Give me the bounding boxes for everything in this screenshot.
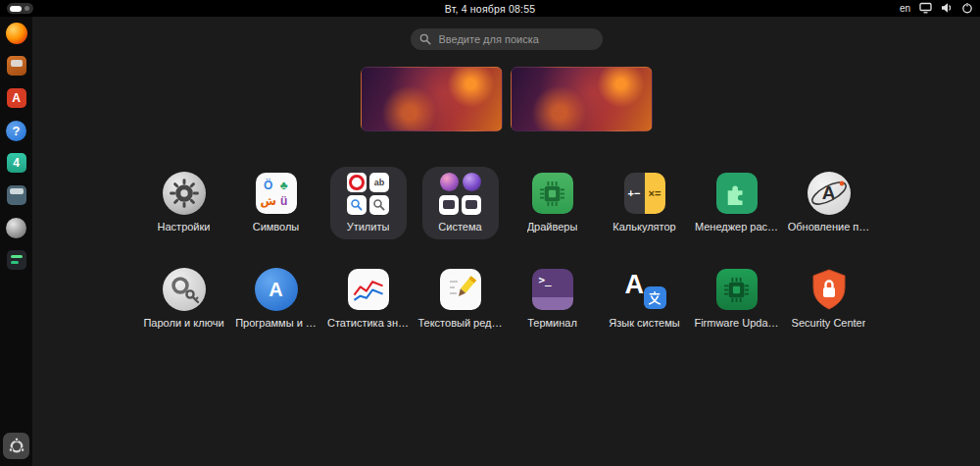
app-drivers[interactable]: Драйверы [507,167,599,239]
pencil-icon [440,269,481,310]
help-icon: ? [6,121,26,141]
active-workspace-pill [10,6,22,12]
usage-graph-icon [348,269,389,310]
dock-item-7[interactable] [6,217,27,238]
characters-icon: Ö ♣ ش ü [256,173,297,214]
monitor-icon [462,195,481,215]
search-icon [419,33,431,45]
ubuntu-logo-icon [8,438,25,455]
app-extensions-manager[interactable]: Менеджер рас… [691,167,783,239]
dock-item-8[interactable] [6,249,27,271]
monitor-icon [439,195,459,215]
app-security-center[interactable]: Security Center [783,263,875,336]
app-terminal[interactable]: >_ Терминал [507,263,599,336]
keyring-icon [163,268,206,311]
chip-icon [532,173,573,214]
orange-app-icon [7,56,26,76]
app-firmware-updater[interactable]: Firmware Upda… [691,263,783,336]
dock-item-3[interactable]: A [6,87,27,109]
calendar-icon: 4 [7,153,26,173]
orb-icon [462,173,481,192]
app-label: Программы и … [235,317,317,329]
orb-icon [439,173,459,192]
folder-label: Система [438,221,481,233]
firmware-chip-icon [716,269,758,310]
activities-overview: Настройки Ö ♣ ش ü Символы ab [32,17,980,466]
top-bar: Вт, 4 ноября 08:55 en [0,0,980,17]
red-app-icon: A [7,88,26,108]
disk-usage-icon [347,173,367,192]
app-label: Статистика зн… [327,317,409,329]
app-passwords-keys[interactable]: Пароли и ключи [138,263,230,336]
dock-item-2[interactable] [6,55,27,77]
app-language[interactable]: A Язык системы [599,263,691,336]
app-center-icon: A [255,268,298,311]
dock-item-calendar[interactable]: 4 [6,152,27,174]
app-software-updater[interactable]: A Обновление п… [783,167,875,239]
app-label: Пароли и ключи [143,317,223,329]
ideograph-icon [644,286,666,309]
app-characters[interactable]: Ö ♣ ش ü Символы [230,167,322,239]
folder-label: Утилиты [347,221,390,233]
app-label: Калькулятор [612,221,675,233]
app-label: Драйверы [527,221,578,233]
app-label: Firmware Upda… [694,317,778,329]
status-area[interactable]: en [900,2,973,16]
settings-gear-icon [163,172,206,215]
puzzle-icon [716,173,758,214]
calculator-icon: +− ×= [624,173,665,214]
app-label: Security Center [792,317,866,329]
folder-utilities[interactable]: ab Утилиты [330,167,407,239]
logs-magnifier-icon [347,195,367,215]
app-label: Обновление п… [788,221,870,233]
clock[interactable]: Вт, 4 ноября 08:55 [445,3,535,15]
search-input[interactable] [437,32,594,46]
app-usage-stats[interactable]: Статистика зн… [322,263,415,336]
volume-icon[interactable] [941,2,953,16]
fonts-icon: ab [369,173,389,192]
software-updater-icon: A [808,172,851,215]
app-settings[interactable]: Настройки [138,167,230,239]
dock-item-firefox[interactable] [6,23,27,44]
folder-preview: ab [347,173,389,215]
keyboard-layout-indicator[interactable]: en [900,3,910,14]
workspace-thumbnail-2[interactable] [511,67,653,131]
workspace-indicator[interactable] [7,3,33,14]
app-label: Настройки [158,221,211,233]
inactive-workspace-dot [24,6,29,11]
terminal-icon: >_ [532,269,573,310]
screen-share-icon[interactable] [919,2,932,16]
app-label: Менеджер рас… [695,221,778,233]
app-center[interactable]: A Программы и … [230,263,322,336]
app-text-editor[interactable]: Текстовый ред… [415,263,507,336]
dark-green-app-icon [7,250,26,270]
show-apps-button[interactable] [3,433,29,459]
firefox-icon [6,23,27,44]
workspace-thumbnails [32,67,980,131]
search-bar[interactable] [411,28,603,50]
app-calculator[interactable]: +− ×= Калькулятор [599,167,691,239]
app-label: Язык системы [609,317,679,329]
language-icon: A [623,268,666,311]
app-label: Терминал [527,317,577,329]
sphere-app-icon [6,218,26,238]
app-grid: Настройки Ö ♣ ش ü Символы ab [138,167,875,336]
dock-item-6[interactable] [6,184,27,206]
workspace-thumbnail-1[interactable] [361,67,503,131]
folder-system[interactable]: Система [422,167,499,239]
folder-preview [439,173,481,215]
dock-item-help[interactable]: ? [6,120,27,141]
search-magnifier-icon [369,195,389,215]
blue-gray-app-icon [7,185,26,205]
security-shield-icon [808,267,851,312]
app-label: Символы [253,221,300,233]
app-label: Текстовый ред… [417,317,502,329]
dock: A ? 4 [0,17,32,466]
power-icon[interactable] [961,2,973,16]
